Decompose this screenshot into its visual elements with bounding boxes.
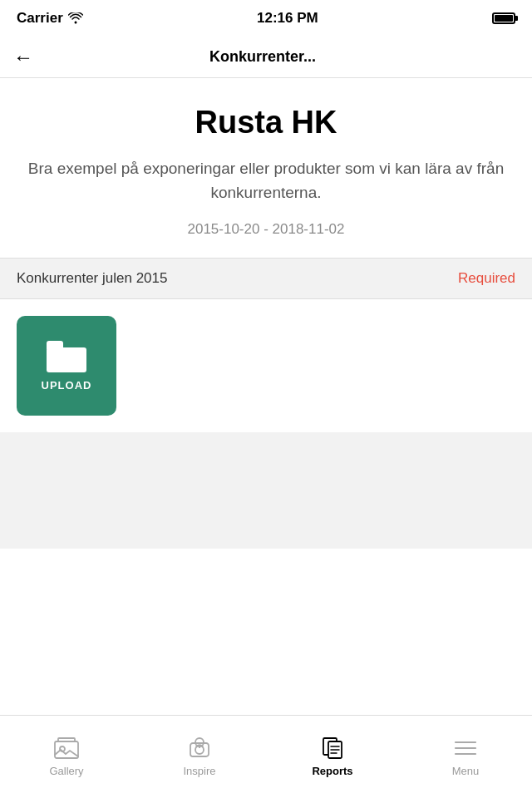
nav-title: Konkurrenter... [40, 48, 485, 66]
status-bar: Carrier 12:16 PM [0, 0, 532, 37]
upload-button[interactable]: UPLOAD [17, 316, 116, 416]
section-label: Konkurrenter julen 2015 [17, 270, 167, 287]
svg-rect-1 [58, 738, 75, 741]
upload-label: UPLOAD [42, 379, 92, 392]
inspire-icon [186, 736, 213, 760]
tab-reports-label: Reports [312, 765, 352, 777]
tab-menu[interactable]: Menu [399, 716, 532, 798]
tab-inspire[interactable]: Inspire [133, 716, 266, 798]
reports-icon [319, 736, 346, 760]
battery-fill [495, 15, 513, 22]
tab-gallery-label: Gallery [49, 765, 83, 777]
carrier-info: Carrier [17, 10, 83, 27]
fill-area [0, 432, 532, 549]
folder-body [47, 347, 86, 372]
carrier-label: Carrier [17, 10, 63, 27]
gallery-icon [53, 736, 80, 760]
battery-indicator [492, 12, 515, 24]
section-header: Konkurrenter julen 2015 Required [0, 258, 532, 299]
battery-icon [492, 12, 515, 24]
svg-rect-0 [55, 741, 78, 758]
required-badge: Required [458, 270, 515, 287]
nav-bar: ← Konkurrenter... [0, 37, 532, 78]
tab-inspire-label: Inspire [183, 765, 215, 777]
tab-menu-label: Menu [452, 765, 480, 777]
folder-icon [47, 341, 86, 372]
tab-gallery[interactable]: Gallery [0, 716, 133, 798]
company-description: Bra exempel på exponeringar eller produk… [20, 157, 512, 204]
upload-area: UPLOAD [0, 299, 532, 432]
tab-reports[interactable]: Reports [266, 716, 399, 798]
menu-icon [452, 736, 479, 760]
wifi-icon [68, 12, 83, 24]
tab-bar: Gallery Inspire Reports [0, 715, 532, 798]
main-content: Rusta HK Bra exempel på exponeringar ell… [0, 78, 532, 258]
back-button[interactable]: ← [7, 39, 40, 76]
company-title: Rusta HK [20, 105, 512, 140]
date-range: 2015-10-20 - 2018-11-02 [20, 221, 512, 238]
clock: 12:16 PM [257, 10, 318, 27]
